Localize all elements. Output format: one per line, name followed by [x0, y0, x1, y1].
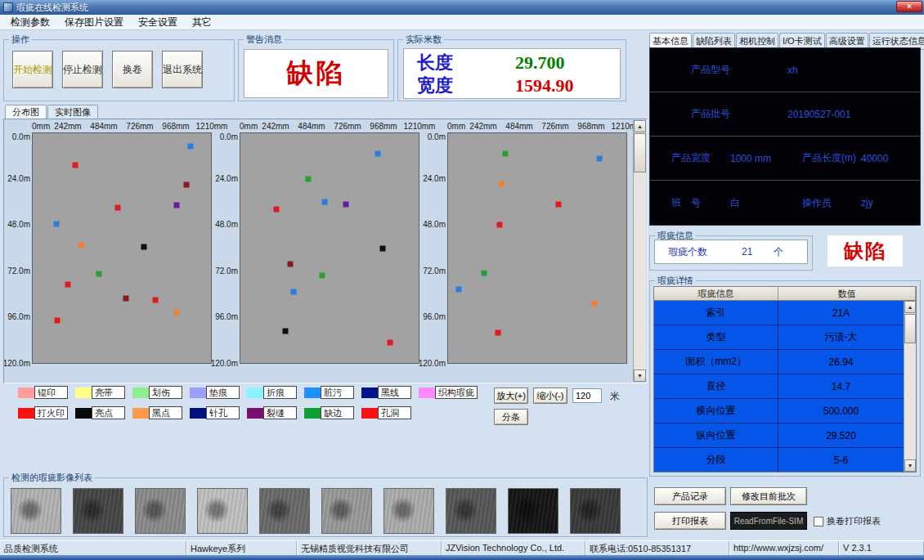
- print-report-button[interactable]: 打印报表: [654, 512, 726, 530]
- defect-count-value: 21: [742, 246, 752, 258]
- menu-item[interactable]: 其它: [185, 15, 219, 30]
- defect-point: [273, 206, 279, 212]
- defect-point: [174, 203, 180, 208]
- status-bar: 品质检测系统Hawkeye系列无锡精质视觉科技有限公司JZVision Tech…: [0, 540, 924, 555]
- warning-title: 警告消息: [244, 34, 285, 46]
- defect-point: [496, 330, 501, 336]
- legend-swatch: [18, 408, 34, 419]
- scatter-plot-1[interactable]: [32, 132, 212, 364]
- zoom-out-button[interactable]: 缩小(-): [533, 388, 567, 404]
- defect-thumbnail[interactable]: [446, 488, 496, 534]
- defect-thumbnail[interactable]: [508, 488, 558, 534]
- plot-group-3: 0mm242mm484mm726mm968mm1210mm 0.0m24.0m4…: [421, 122, 629, 383]
- status-segment: http://www.wxjzsj.com/: [729, 541, 839, 555]
- exit-system-button[interactable]: 退出系统: [162, 51, 203, 88]
- legend-swatch: [190, 408, 206, 419]
- defect-thumbnail[interactable]: [73, 488, 123, 534]
- split-button[interactable]: 分条: [494, 409, 528, 425]
- plots-scrollbar[interactable]: ▲ ▼: [633, 120, 646, 382]
- defect-thumbnail[interactable]: [197, 488, 248, 534]
- defect-point: [597, 155, 603, 161]
- read-from-file-sim-button[interactable]: ReadFromFile-SIM: [730, 512, 807, 530]
- legend-item: 缺边: [304, 406, 354, 419]
- table-row[interactable]: 直径14.7: [654, 374, 904, 399]
- legend-item: 划伤: [132, 386, 182, 399]
- detail-row-label: 索引: [654, 301, 778, 325]
- zoom-in-button[interactable]: 放大(+): [494, 388, 528, 404]
- meters-unit-label: 米: [610, 390, 620, 404]
- modify-batch-button[interactable]: 修改目前批次: [730, 487, 807, 505]
- table-row[interactable]: 索引21A: [654, 301, 904, 325]
- y-tick-label: 48.0m: [215, 220, 238, 229]
- meters-input[interactable]: [572, 388, 602, 403]
- status-segment: Hawkeye系列: [186, 541, 297, 555]
- status-segment: JZVision Technology Co., Ltd.: [442, 541, 585, 555]
- scrollbar-thumb[interactable]: [904, 314, 916, 343]
- menu-item[interactable]: 安全设置: [131, 15, 185, 30]
- scroll-down-icon[interactable]: ▼: [904, 459, 916, 472]
- detail-row-value: 21A: [778, 301, 904, 325]
- menu-item[interactable]: 检测参数: [3, 15, 57, 30]
- scroll-up-icon[interactable]: ▲: [904, 301, 916, 313]
- detail-row-value: 14.7: [778, 374, 904, 398]
- legend-label: 辊印: [34, 386, 68, 399]
- y-axis: 0.0m24.0m48.0m72.0m96.0m120.0m: [6, 132, 32, 364]
- stop-detect-button[interactable]: 停止检测: [62, 51, 103, 88]
- detail-row-label: 纵向位置: [654, 423, 778, 447]
- scatter-plot-2[interactable]: [240, 132, 419, 364]
- warning-message: 缺陷: [287, 56, 346, 92]
- app-icon: [3, 2, 13, 12]
- x-tick-label: 0mm: [32, 122, 50, 131]
- defect-alarm-text: 缺陷: [844, 238, 886, 264]
- info-label: 操作员: [802, 196, 861, 210]
- detail-row-value: 5-6: [778, 448, 904, 472]
- window-title: 瑕疵在线检测系统: [16, 2, 88, 14]
- x-tick-label: 968mm: [577, 122, 604, 131]
- legend-label: 折痕: [263, 386, 297, 399]
- x-tick-label: 242mm: [469, 122, 496, 131]
- defect-thumbnail[interactable]: [570, 488, 621, 534]
- table-scrollbar[interactable]: ▲ ▼: [904, 301, 916, 472]
- table-row[interactable]: 面积（mm2）26.94: [654, 350, 904, 374]
- meters-panel: 长度29.700宽度1594.90: [403, 48, 621, 99]
- table-row[interactable]: 分段5-6: [654, 448, 904, 472]
- scrollbar-track[interactable]: [904, 313, 916, 459]
- menu-bar: 检测参数保存图片设置安全设置其它: [0, 15, 924, 30]
- defect-detail-table: 瑕疵信息 数值 索引21A类型污渍-大面积（mm2）26.94直径14.7横向位…: [653, 286, 917, 473]
- product-record-button[interactable]: 产品记录: [654, 487, 726, 505]
- defect-thumbnail[interactable]: [135, 488, 186, 534]
- change-roll-button[interactable]: 换卷: [112, 51, 153, 88]
- defect-point: [184, 182, 190, 188]
- print-on-roll-change-checkbox[interactable]: [814, 517, 823, 526]
- defect-point: [481, 271, 487, 276]
- defect-thumbnail[interactable]: [321, 488, 372, 534]
- legend-label: 脏污: [321, 386, 354, 399]
- scroll-down-icon[interactable]: ▼: [634, 370, 646, 382]
- table-row[interactable]: 类型污渍-大: [654, 325, 904, 350]
- meter-label: 长度: [417, 51, 468, 75]
- legend-row-1: 辊印亮带划伤垫痕折痕脏污黑线织构瑕疵: [18, 386, 485, 399]
- scrollbar-thumb[interactable]: [634, 133, 646, 172]
- detail-row-label: 直径: [654, 374, 778, 398]
- table-row[interactable]: 横向位置500.000: [654, 399, 904, 423]
- table-body: 索引21A类型污渍-大面积（mm2）26.94直径14.7横向位置500.000…: [654, 301, 904, 472]
- scatter-plot-3[interactable]: [447, 132, 627, 364]
- menu-item[interactable]: 保存图片设置: [57, 15, 131, 30]
- defect-count-label: 瑕疵个数: [668, 245, 707, 259]
- defect-thumbnail[interactable]: [384, 488, 434, 534]
- defect-detail-title: 瑕疵详情: [655, 275, 696, 287]
- defect-thumbnail[interactable]: [259, 488, 310, 534]
- scrollbar-track[interactable]: [634, 132, 646, 370]
- close-button[interactable]: ✕: [896, 1, 922, 12]
- start-detect-button[interactable]: 开始检测: [12, 51, 53, 88]
- defect-point: [591, 300, 597, 306]
- defect-thumbnail[interactable]: [11, 488, 61, 534]
- legend-swatch: [247, 388, 263, 398]
- defect-point: [556, 202, 562, 208]
- detail-row-value: 26.94: [778, 350, 904, 374]
- legend-swatch: [304, 388, 321, 398]
- table-row[interactable]: 纵向位置29.520: [654, 423, 904, 448]
- scroll-up-icon[interactable]: ▲: [634, 120, 646, 132]
- y-tick-label: 48.0m: [7, 220, 30, 229]
- detail-row-label: 类型: [654, 325, 778, 349]
